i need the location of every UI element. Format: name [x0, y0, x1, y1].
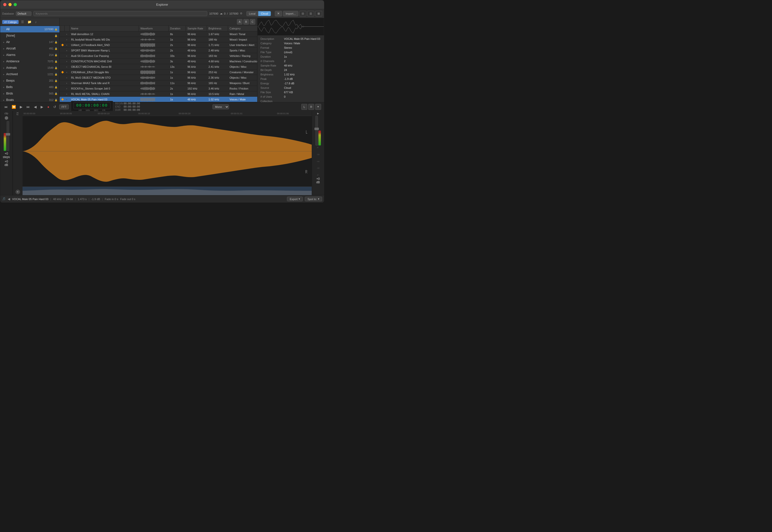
- waveform-bar: [140, 88, 141, 89]
- abc-c-button[interactable]: C: [250, 19, 255, 24]
- sidebar-item-alarms[interactable]: ▸ Alarms 214 🔒: [0, 52, 59, 58]
- l-button[interactable]: L: [301, 104, 307, 110]
- sidebar-item-none[interactable]: [None] 🔒: [0, 32, 59, 39]
- waveform-bar: [146, 93, 147, 95]
- td-duration: 11s: [168, 80, 186, 86]
- maximize-button[interactable]: [14, 3, 17, 6]
- fx-add-button[interactable]: +: [16, 190, 20, 194]
- th-category[interactable]: Category: [228, 26, 257, 31]
- list-icon-button[interactable]: ☰: [20, 20, 25, 24]
- sidebar-item-boats[interactable]: ▸ Boats 312 🔒: [0, 97, 59, 102]
- table-row[interactable]: ● Sherman M4A3 Tank Idle and R 11s 96 kH…: [60, 80, 257, 86]
- sidebar-item-birds[interactable]: ▸ Birds 565 🔒: [0, 90, 59, 97]
- th-duration[interactable]: Duration: [168, 26, 186, 31]
- table-row[interactable]: ● ROCKFric_Stones Scrape Jolt 0 2s 192 k…: [60, 86, 257, 91]
- view-single-column[interactable]: ▤: [299, 11, 306, 16]
- table-row[interactable]: ● Wall demolition 12 8s 96 kHz 1.67 kHz …: [60, 31, 257, 37]
- abc-b-button[interactable]: B: [244, 19, 249, 24]
- duration-value: 1s: [284, 55, 321, 58]
- waveform-bar: [142, 82, 143, 85]
- search-area: 107690 ☁ 0 / 107690 ⚙: [33, 11, 243, 16]
- waveform-main[interactable]: L R: [23, 116, 312, 186]
- sidebar-item-name: Animals: [6, 66, 47, 69]
- keywords-input[interactable]: [33, 11, 207, 16]
- left-fader-handle[interactable]: [6, 133, 10, 136]
- waveform-bar: [150, 82, 150, 85]
- waveform-bar: [149, 39, 150, 41]
- sidebar-item-bells[interactable]: ▸ Bells 480 🔒: [0, 84, 59, 90]
- table-row[interactable]: ● RL WoS METAL SMALL CHAIN 1s 96 kHz 10.…: [60, 91, 257, 97]
- catego-button[interactable]: 🏷 Catego: [2, 20, 19, 24]
- begin-row: BEGIN 00:00:00:00: [115, 102, 140, 105]
- th-samplerate[interactable]: Sample Rate: [186, 26, 207, 31]
- sidebar-item-all[interactable]: ▸ All 107690 🔒: [0, 26, 59, 32]
- waveform-bar: [153, 33, 153, 36]
- close-button[interactable]: [3, 3, 6, 6]
- abc-a-button[interactable]: A: [237, 19, 243, 24]
- brightness-label: Brightness: [261, 73, 284, 76]
- cloud-button[interactable]: Cloud: [258, 11, 271, 16]
- waveform-bar: [140, 67, 141, 67]
- waveform-preview: [258, 18, 324, 35]
- table-row[interactable]: ● SPORT BMX Maneuver Ramp L 2s 48 kHz 2.…: [60, 48, 257, 53]
- sidebar-item-beeps[interactable]: ▸ Beeps 201 🔒: [0, 77, 59, 84]
- waveform-bar: [146, 87, 147, 90]
- waveform-bar: [147, 87, 147, 90]
- sidebar-item-ambience[interactable]: ▸ Ambience 7075 🔒: [0, 58, 59, 65]
- local-button[interactable]: Local: [246, 11, 258, 16]
- spot-button[interactable]: Spot to: ▾: [305, 197, 322, 201]
- table-row[interactable]: 🔶 ● CREAMnstr_Effort Struggle Mo 1s 96 k…: [60, 69, 257, 75]
- td-flag: [60, 53, 65, 59]
- play-button[interactable]: ▶: [19, 104, 24, 109]
- database-select[interactable]: Default: [16, 11, 31, 16]
- waveform-bar: [148, 98, 149, 101]
- waveform-icon-button[interactable]: ♪: [34, 20, 38, 24]
- rewind-button[interactable]: ⏪: [11, 104, 17, 109]
- minimize-button[interactable]: [8, 3, 12, 6]
- table-row[interactable]: ● CONSTRUCTION MACHINE Drill 3s 48 kHz 4…: [60, 59, 257, 64]
- waveform-bar: [147, 43, 147, 47]
- waveform-overview[interactable]: [23, 186, 312, 195]
- right-fader-handle[interactable]: [315, 128, 319, 130]
- r-button[interactable]: R: [308, 104, 314, 110]
- prev-button[interactable]: ◀: [33, 104, 38, 109]
- folder-icon-button[interactable]: 📁: [26, 20, 32, 24]
- sidebar-item-aircraft[interactable]: ▸ Aircraft 491 🔒: [0, 45, 59, 52]
- sidebar-item-animals[interactable]: ▸ Animals 1549 🔒: [0, 65, 59, 71]
- x-button[interactable]: ✕: [275, 11, 282, 16]
- waveform-bar: [154, 71, 154, 74]
- table-row[interactable]: ● RL bodyfall Wood Rustic M3 Dis 1s 96 k…: [60, 37, 257, 42]
- waveform-bar: [148, 93, 149, 95]
- fft-button[interactable]: FFT: [59, 104, 69, 109]
- mono-select[interactable]: Mono Stereo: [213, 104, 229, 109]
- waveform-bar: [142, 87, 143, 90]
- sidebar-item-air[interactable]: ▸ Air 147 🔒: [0, 39, 59, 45]
- table-row[interactable]: 🔶 ● UIAlert_UI Feedback Alert_SND 2s 96 …: [60, 42, 257, 48]
- waveform-bar: [153, 93, 153, 95]
- loop-button[interactable]: ↺: [52, 104, 57, 109]
- view-triple-column[interactable]: ▦: [315, 11, 322, 16]
- view-double-column[interactable]: ▥: [307, 11, 314, 16]
- import-button[interactable]: Import...: [283, 11, 298, 16]
- th-name[interactable]: Name: [70, 26, 139, 31]
- record-button[interactable]: ●: [46, 104, 50, 109]
- lr-dropdown[interactable]: ▾: [315, 104, 321, 110]
- waveform-bar: [149, 43, 150, 47]
- status-icon: 🎵: [2, 197, 6, 201]
- waveform-bar: [143, 66, 144, 68]
- skip-start-button[interactable]: ⏮: [3, 104, 9, 109]
- slash: /: [227, 12, 228, 15]
- search-options-icon[interactable]: ⚙: [240, 12, 243, 15]
- table-row[interactable]: ● RL WoS OBJECT MEDIUM STO 1s 96 kHz 2.3…: [60, 75, 257, 80]
- export-button[interactable]: Export ▾: [287, 197, 303, 201]
- skip-end-button[interactable]: ⏭: [25, 104, 31, 109]
- next-button[interactable]: ▶: [40, 104, 44, 109]
- sidebar-item-archived[interactable]: ▸ Archived 1221 🔒: [0, 71, 59, 77]
- waveform-bar: [145, 55, 145, 57]
- status-arrow-button[interactable]: ◀: [8, 197, 10, 201]
- collection-label: Collection: [261, 100, 284, 102]
- th-brightness[interactable]: Brightness: [207, 26, 228, 31]
- td-dot: ●: [65, 64, 70, 69]
- table-row[interactable]: ● OBJECT MECHANICAL Servo Bl 13s 96 kHz …: [60, 64, 257, 69]
- table-row[interactable]: ● Audi S6 Executive Car Passing 33s 96 k…: [60, 53, 257, 59]
